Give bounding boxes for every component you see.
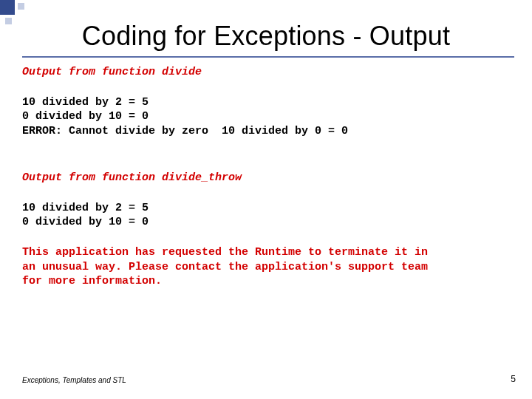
- slide-content: Output from function divide 10 divided b…: [22, 65, 514, 288]
- section1-header: Output from function divide: [22, 65, 514, 79]
- section2-error-message: This application has requested the Runti…: [22, 245, 514, 288]
- page-number: 5: [511, 374, 516, 384]
- deco-square-small-top: [18, 3, 24, 10]
- section2-output: 10 divided by 2 = 5 0 divided by 10 = 0: [22, 201, 514, 229]
- section2-header: Output from function divide_throw: [22, 171, 514, 185]
- title-underline: [22, 56, 514, 58]
- deco-square-large: [0, 0, 15, 15]
- slide-title: Coding for Exceptions - Output: [0, 21, 532, 52]
- section1-output: 10 divided by 2 = 5 0 divided by 10 = 0 …: [22, 95, 514, 138]
- footer-label: Exceptions, Templates and STL: [22, 376, 126, 384]
